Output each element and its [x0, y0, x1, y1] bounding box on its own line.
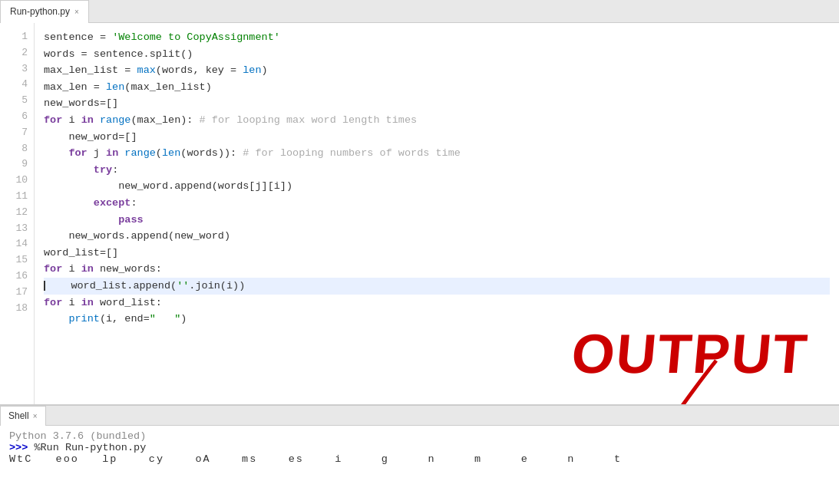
- line-num: 13: [8, 221, 28, 237]
- line-num: 3: [8, 61, 28, 77]
- shell-content[interactable]: Python 3.7.6 (bundled) >>> %Run Run-pyth…: [0, 426, 839, 504]
- shell-output: WtC eoo lp cy oA ms es i g n m e n t: [9, 453, 830, 465]
- code-line-13: new_words.append(new_word): [44, 228, 830, 245]
- code-line-4: max_len = len(max_len_list): [44, 79, 830, 96]
- code-line-6: for i in range(max_len): # for looping m…: [44, 112, 830, 129]
- code-line-9: try:: [44, 162, 830, 179]
- line-num: 7: [8, 125, 28, 141]
- code-line-8: for j in range(len(words)): # for loopin…: [44, 145, 830, 162]
- code-line-12: pass: [44, 212, 830, 229]
- line-num: 5: [8, 93, 28, 109]
- code-line-16: word_list.append(''.join(i)): [44, 278, 830, 295]
- code-line-17: for i in word_list:: [44, 295, 830, 311]
- line-num: 18: [8, 301, 28, 317]
- code-content[interactable]: sentence = 'Welcome to CopyAssignment' w…: [35, 23, 839, 404]
- code-line-14: word_list=[]: [44, 245, 830, 262]
- line-num: 1: [8, 29, 28, 45]
- shell-info-line: Python 3.7.6 (bundled): [9, 430, 830, 442]
- output-annotation-text: OUTPUT: [569, 322, 811, 385]
- shell-command: %Run Run-python.py: [28, 442, 146, 453]
- line-num: 12: [8, 205, 28, 221]
- line-num: 17: [8, 285, 28, 301]
- shell-tab-close-icon[interactable]: ×: [33, 412, 38, 420]
- file-tab[interactable]: Run-python.py ×: [0, 0, 89, 23]
- line-num: 16: [8, 268, 28, 285]
- line-num: 15: [8, 252, 28, 268]
- shell-panel: Shell × Python 3.7.6 (bundled) >>> %Run …: [0, 404, 839, 504]
- line-num: 4: [8, 77, 28, 93]
- line-num: 14: [8, 236, 28, 252]
- shell-tab-label: Shell: [8, 410, 29, 421]
- line-numbers: 1 2 3 4 5 6 7 8 9 10 11 12 13 14 15 16 1…: [0, 23, 35, 404]
- line-num: 10: [8, 173, 28, 189]
- code-line-1: sentence = 'Welcome to CopyAssignment': [44, 29, 830, 46]
- tab-bar: Run-python.py ×: [0, 0, 839, 23]
- shell-tab-bar: Shell ×: [0, 406, 839, 426]
- line-num: 8: [8, 141, 28, 157]
- line-num: 2: [8, 45, 28, 61]
- shell-prompt: >>>: [9, 442, 28, 453]
- code-line-7: new_word=[]: [44, 129, 830, 146]
- code-line-2: words = sentence.split(): [44, 46, 830, 63]
- code-line-11: except:: [44, 195, 830, 212]
- shell-tab[interactable]: Shell ×: [0, 406, 46, 426]
- code-line-15: for i in new_words:: [44, 261, 830, 278]
- tab-close-icon[interactable]: ×: [74, 8, 79, 16]
- tab-label: Run-python.py: [10, 6, 70, 17]
- code-editor: 1 2 3 4 5 6 7 8 9 10 11 12 13 14 15 16 1…: [0, 23, 839, 404]
- code-line-10: new_word.append(words[j][i]): [44, 178, 830, 195]
- code-line-18: print(i, end=" "): [44, 311, 830, 328]
- line-num: 11: [8, 189, 28, 205]
- output-arrow: [578, 353, 747, 404]
- line-num: 6: [8, 109, 28, 125]
- line-num: 9: [8, 156, 28, 173]
- code-line-3: max_len_list = max(words, key = len): [44, 62, 830, 79]
- shell-command-line: >>> %Run Run-python.py: [9, 442, 830, 453]
- code-line-5: new_words=[]: [44, 95, 830, 112]
